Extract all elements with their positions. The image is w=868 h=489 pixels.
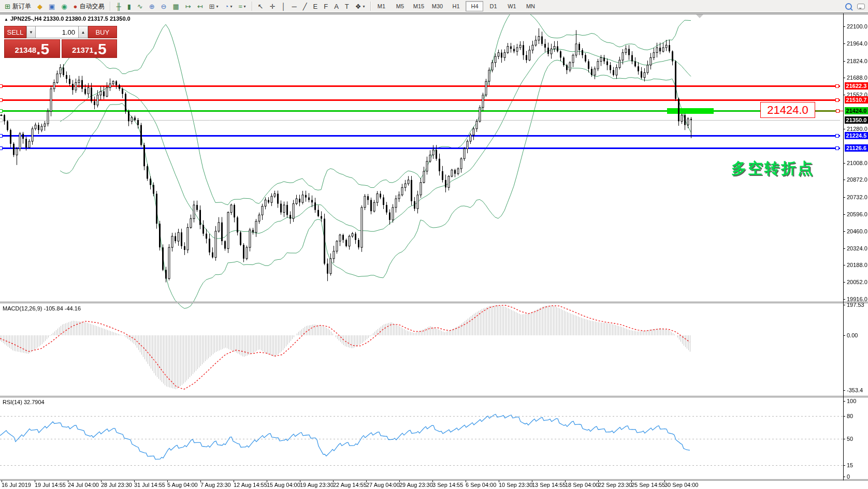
vertical-line-button[interactable]: │: [279, 1, 288, 12]
price-axis-tick-label: 21008.0: [847, 160, 868, 166]
time-axis-label: 13 Sep 14:55: [532, 482, 566, 488]
timeframe-h1-button[interactable]: H1: [447, 1, 465, 11]
timeframe-m5-button[interactable]: M5: [391, 1, 409, 11]
market-watch-icon: ◆: [37, 3, 42, 10]
price-axis-tick-label: 20188.0: [847, 262, 868, 268]
indicators-dropdown-icon[interactable]: ▾: [244, 4, 246, 9]
price-axis-tick-label: 20052.0: [847, 279, 868, 285]
vertical-line-icon: │: [281, 3, 285, 10]
signals-icon: ◉: [61, 3, 67, 10]
periods-dropdown-icon[interactable]: ▾: [230, 4, 232, 9]
bar-chart-style-button[interactable]: ╫: [113, 1, 123, 12]
time-axis-label: 15 Aug 04:00: [267, 482, 300, 488]
arrows-button[interactable]: ❖▾: [353, 1, 368, 12]
auto-scroll-button[interactable]: ↦: [183, 1, 194, 12]
price-chart-canvas[interactable]: [0, 0, 868, 489]
time-axis-label: 3 Sep 14:55: [432, 482, 463, 488]
search-icon[interactable]: [845, 3, 852, 10]
chat-icon[interactable]: [857, 4, 865, 9]
arrows-dropdown-icon[interactable]: ▾: [363, 4, 365, 9]
price-axis-tick-label: 22100.0: [847, 23, 868, 29]
price-axis-tick-label: 21964.0: [847, 40, 868, 47]
line-chart-style-icon: ∿: [137, 3, 143, 10]
new-chart-button[interactable]: ⊞▾: [207, 1, 221, 12]
zoom-out-button[interactable]: ⊖: [158, 1, 169, 12]
timeframe-mn-button[interactable]: MN: [522, 1, 539, 11]
new-order-button[interactable]: ⊞新订单: [2, 1, 34, 12]
time-axis-label: 7 Aug 23:30: [200, 482, 231, 488]
equidistant-channel-button[interactable]: E: [311, 1, 321, 12]
time-axis-label: 25 Sep 14:55: [631, 482, 665, 488]
timeframe-d1-button[interactable]: D1: [484, 1, 502, 11]
chart-shift-button[interactable]: ↤: [195, 1, 206, 12]
rsi-axis-label: 15: [847, 462, 868, 468]
time-axis-label: 22 Aug 14:55: [333, 482, 367, 488]
toolbar: ⊞新订单◆▣◉●自动交易╫▮∿⊕⊖▦↦↤⊞▾◔▾≈▾↖✛│─╱EFAT❖▾ M1…: [0, 0, 868, 13]
volume-decrease-button[interactable]: ▼: [26, 26, 36, 38]
market-watch-button[interactable]: ◆: [35, 1, 45, 12]
chart-window-button[interactable]: ▣: [46, 1, 57, 12]
price-tag-21424.0: 21424.0: [845, 107, 868, 114]
fibonacci-button[interactable]: F: [321, 1, 330, 12]
price-axis-tick-label: 20460.0: [847, 228, 868, 234]
price-axis-tick-label: 21688.0: [847, 75, 868, 81]
rsi-axis-label: 100: [847, 398, 868, 404]
timeframe-m30-button[interactable]: M30: [428, 1, 446, 11]
line-chart-style-button[interactable]: ∿: [135, 1, 146, 12]
indicators-icon: ≈: [238, 3, 242, 10]
volume-increase-button[interactable]: ▲: [78, 26, 88, 38]
price-tag-21224.5: 21224.5: [845, 132, 868, 139]
time-axis-label: 12 Aug 14:55: [234, 482, 267, 488]
autotrading-button[interactable]: ●自动交易: [71, 1, 107, 12]
timeframe-h4-button[interactable]: H4: [466, 1, 483, 11]
chart-shift-icon: ↤: [197, 3, 203, 10]
timeframe-m1-button[interactable]: M1: [372, 1, 390, 11]
text-label-button[interactable]: T: [342, 1, 352, 12]
crosshair-button[interactable]: ✛: [267, 1, 278, 12]
autotrading-icon: ●: [74, 3, 78, 10]
trendline-icon: ╱: [303, 3, 307, 10]
equidistant-channel-icon: E: [313, 3, 318, 10]
time-axis-label: 19 Jul 14:55: [35, 482, 66, 488]
timeframe-m15-button[interactable]: M15: [410, 1, 427, 11]
horizontal-line-icon: ─: [292, 3, 297, 10]
buy-price-main: 21371: [72, 44, 94, 56]
time-axis-label: 18 Sep 04:00: [565, 482, 599, 488]
time-axis-label: 31 Jul 14:55: [134, 482, 165, 488]
buy-price-decimal: .5: [94, 42, 107, 56]
toolbar-group: ╫▮∿⊕⊖▦↦↤⊞▾◔▾≈▾: [111, 0, 250, 12]
collapse-arrow-icon[interactable]: ▲: [4, 17, 8, 22]
periods-button[interactable]: ◔▾: [222, 1, 235, 12]
macd-label: MACD(12,26,9) -105.84 -44.16: [3, 305, 81, 312]
price-tag-21622.3: 21622.3: [845, 82, 868, 90]
price-tag-21126.6: 21126.6: [845, 144, 868, 152]
zoom-in-icon: ⊕: [149, 3, 155, 10]
cursor-button[interactable]: ↖: [255, 1, 266, 12]
sell-price-box[interactable]: 21348 .5: [4, 39, 60, 58]
buy-price-box[interactable]: 21371 .5: [62, 39, 118, 58]
trendline-button[interactable]: ╱: [300, 1, 310, 12]
sell-button[interactable]: SELL: [4, 26, 26, 38]
time-axis-label: 24 Jul 04:00: [68, 482, 99, 488]
signals-button[interactable]: ◉: [59, 1, 69, 12]
candle-chart-style-button[interactable]: ▮: [125, 1, 134, 12]
new-chart-dropdown-icon[interactable]: ▾: [216, 4, 219, 9]
time-axis-label: 16 Jul 2019: [2, 482, 31, 488]
text-button[interactable]: A: [331, 1, 341, 12]
time-axis-label: 10 Sep 23:30: [499, 482, 532, 488]
tile-windows-button[interactable]: ▦: [170, 1, 182, 12]
horizontal-line-button[interactable]: ─: [290, 1, 299, 12]
auto-scroll-icon: ↦: [185, 3, 191, 10]
volume-input[interactable]: 1.00: [36, 26, 78, 38]
fibonacci-icon: F: [324, 3, 328, 10]
buy-button[interactable]: BUY: [88, 26, 117, 38]
indicators-button[interactable]: ≈▾: [236, 1, 248, 12]
text-label-icon: T: [345, 3, 349, 10]
timeframe-w1-button[interactable]: W1: [503, 1, 520, 11]
sell-price-decimal: .5: [36, 42, 49, 56]
chart-symbol-header: ▲JPN225-,H4 21330.0 21380.0 21317.5 2135…: [4, 16, 131, 22]
zoom-in-button[interactable]: ⊕: [147, 1, 157, 12]
zoom-out-icon: ⊖: [161, 3, 167, 10]
price-axis-tick-label: 20732.0: [847, 194, 868, 200]
price-callout-label[interactable]: 21424.0: [760, 102, 815, 118]
